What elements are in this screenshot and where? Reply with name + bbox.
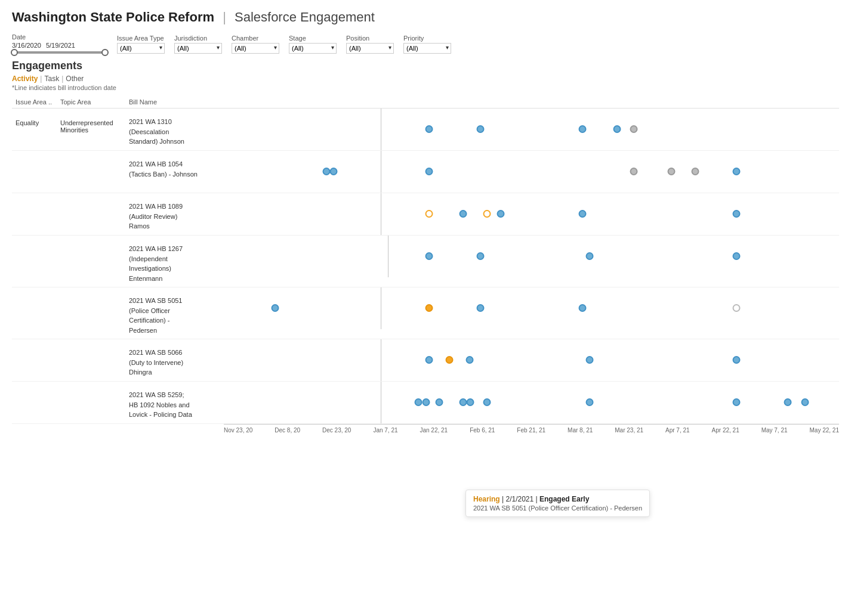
activity-dot[interactable] (425, 304, 433, 312)
cell-chart (224, 339, 839, 382)
jurisdiction-select[interactable]: (All) (174, 43, 222, 54)
activity-dot[interactable] (476, 252, 484, 260)
activity-dot[interactable] (425, 210, 433, 218)
chamber-select-wrap[interactable]: (All) (232, 43, 279, 54)
col-header-issue: Issue Area .. (12, 96, 57, 109)
activity-dot[interactable] (425, 356, 433, 364)
section-tabs: Activity | Task | Other (12, 75, 839, 83)
tab-activity[interactable]: Activity (12, 75, 38, 83)
date-filter: Date 3/16/2020 5/19/2021 (12, 33, 107, 54)
cell-bill: 2021 WA SB 5051 (Police Officer Certific… (125, 287, 224, 339)
activity-dot[interactable] (467, 398, 474, 406)
position-filter: Position (All) (346, 35, 394, 54)
table-row: 2021 WA HB 1054 (Tactics Ban) - Johnson (12, 151, 839, 193)
activity-dot[interactable] (613, 125, 621, 133)
jurisdiction-select-wrap[interactable]: (All) (174, 43, 222, 54)
activity-dot[interactable] (422, 398, 430, 406)
filters-bar: Date 3/16/2020 5/19/2021 Issue Area Type… (12, 33, 839, 54)
cell-chart (224, 287, 839, 339)
cell-issue (12, 193, 57, 236)
activity-dot[interactable] (733, 210, 741, 218)
activity-dot[interactable] (733, 398, 741, 406)
title-main: Washington State Police Reform (12, 10, 214, 24)
jurisdiction-filter: Jurisdiction (All) (174, 35, 222, 54)
activity-dot[interactable] (801, 398, 809, 406)
tab-task[interactable]: Task (44, 75, 59, 83)
activity-dot[interactable] (476, 125, 484, 133)
activity-dot[interactable] (483, 210, 491, 218)
stage-select-wrap[interactable]: (All) (289, 43, 337, 54)
axis-label: Jan 22, 21 (420, 427, 448, 434)
date-start: 3/16/2020 (12, 42, 41, 49)
activity-dot[interactable] (322, 168, 330, 175)
position-select-wrap[interactable]: (All) (346, 43, 394, 54)
activity-dot[interactable] (459, 398, 467, 406)
slider-thumb-right[interactable] (101, 49, 109, 56)
col-header-chart (224, 96, 839, 109)
chamber-select[interactable]: (All) (232, 43, 279, 54)
activity-dot[interactable] (784, 398, 792, 406)
activity-dot[interactable] (630, 168, 638, 175)
activity-dot[interactable] (425, 125, 433, 133)
activity-dot[interactable] (271, 304, 279, 312)
cell-issue (12, 339, 57, 382)
stage-select[interactable]: (All) (289, 43, 337, 54)
section-title: Engagements (12, 60, 839, 72)
activity-dot[interactable] (630, 125, 638, 133)
activity-dot[interactable] (330, 168, 338, 175)
activity-dot[interactable] (585, 252, 593, 260)
col-header-bill: Bill Name (125, 96, 224, 109)
date-slider[interactable] (12, 51, 107, 54)
activity-dot[interactable] (733, 356, 741, 364)
activity-dot[interactable] (733, 168, 741, 175)
activity-dot[interactable] (476, 304, 484, 312)
activity-dot[interactable] (415, 398, 423, 406)
priority-select-wrap[interactable]: (All) (403, 43, 451, 54)
activity-dot[interactable] (692, 168, 699, 175)
activity-dot[interactable] (668, 168, 676, 175)
activity-dot[interactable] (446, 356, 454, 364)
activity-dot[interactable] (483, 398, 491, 406)
table-row: 2021 WA SB 5259; HB 1092 Nobles and Lovi… (12, 382, 839, 424)
cell-bill: 2021 WA HB 1267 (Independent Investigati… (125, 236, 224, 287)
cell-topic (57, 236, 125, 287)
issue-area-type-select-wrap[interactable]: (All) (117, 43, 165, 54)
cell-chart (224, 236, 839, 287)
cell-bill: 2021 WA HB 1054 (Tactics Ban) - Johnson (125, 151, 224, 193)
date-label: Date (12, 33, 107, 41)
cell-topic (57, 151, 125, 193)
activity-dot[interactable] (459, 210, 467, 218)
chart-area: Issue Area .. Topic Area Bill Name Equal… (12, 96, 839, 434)
activity-dot[interactable] (466, 356, 474, 364)
activity-dot[interactable] (585, 398, 593, 406)
axis-labels: Nov 23, 20Dec 8, 20Dec 23, 20Jan 7, 21Ja… (224, 424, 839, 434)
cell-topic: Underrepresented Minorities (57, 109, 125, 151)
table-row: 2021 WA SB 5051 (Police Officer Certific… (12, 287, 839, 339)
jurisdiction-label: Jurisdiction (174, 35, 222, 42)
axis-label: May 22, 21 (810, 427, 839, 434)
axis-label: Dec 23, 20 (322, 427, 351, 434)
activity-dot[interactable] (733, 252, 741, 260)
activity-dot[interactable] (585, 356, 593, 364)
stage-filter: Stage (All) (289, 35, 337, 54)
activity-dot[interactable] (425, 252, 433, 260)
slider-thumb-left[interactable] (11, 49, 18, 56)
activity-dot[interactable] (579, 304, 587, 312)
table-row: 2021 WA HB 1267 (Independent Investigati… (12, 236, 839, 287)
activity-dot[interactable] (425, 168, 433, 175)
position-select[interactable]: (All) (346, 43, 394, 54)
cell-chart (224, 382, 839, 424)
stage-label: Stage (289, 35, 337, 42)
activity-dot[interactable] (497, 210, 504, 218)
activity-dot[interactable] (733, 304, 741, 312)
activity-dot[interactable] (579, 125, 587, 133)
table-row: 2021 WA HB 1089 (Auditor Review) Ramos (12, 193, 839, 236)
activity-dot[interactable] (579, 210, 587, 218)
issue-area-type-select[interactable]: (All) (117, 43, 165, 54)
axis-label: Apr 7, 21 (665, 427, 690, 434)
title-sub: Salesforce Engagement (235, 10, 375, 24)
tab-other[interactable]: Other (66, 75, 84, 83)
activity-dot[interactable] (435, 398, 443, 406)
priority-select[interactable]: (All) (403, 43, 451, 54)
issue-area-type-label: Issue Area Type (117, 35, 165, 42)
